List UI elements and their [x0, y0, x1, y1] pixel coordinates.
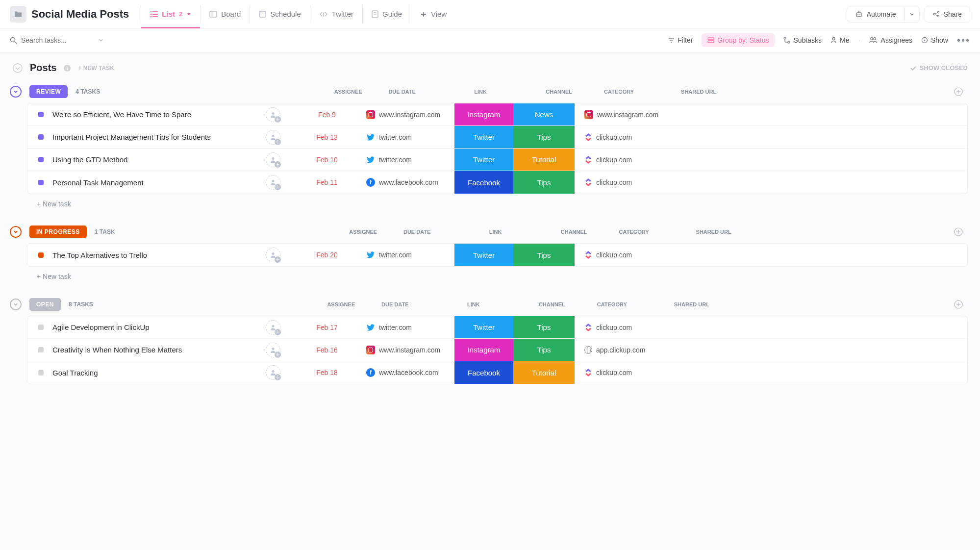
channel-cell[interactable]: Facebook	[454, 361, 513, 384]
status-dot[interactable]	[38, 112, 44, 117]
task-row[interactable]: Important Project Management Tips for St…	[27, 126, 967, 149]
col-channel[interactable]: CHANNEL	[523, 301, 581, 307]
col-due[interactable]: DUE DATE	[388, 229, 447, 235]
me-button[interactable]: Me	[830, 36, 849, 44]
task-row[interactable]: Creativity is When Nothing Else Matters …	[27, 339, 967, 361]
category-cell[interactable]: Tutorial	[513, 149, 575, 171]
new-task-row[interactable]: + New task	[27, 194, 968, 214]
col-due[interactable]: DUE DATE	[373, 89, 431, 95]
collapse-icon[interactable]	[10, 299, 22, 310]
col-due[interactable]: DUE DATE	[366, 301, 425, 307]
status-dot[interactable]	[38, 325, 44, 330]
col-channel[interactable]: CHANNEL	[545, 229, 603, 235]
chevron-down-icon[interactable]	[99, 38, 103, 43]
shared-cell[interactable]: clickup.com	[575, 251, 673, 259]
status-dot[interactable]	[38, 134, 44, 140]
task-row[interactable]: We're so Efficient, We Have Time to Spar…	[27, 103, 967, 126]
collapse-all-icon[interactable]	[12, 63, 23, 74]
link-cell[interactable]: fwww.facebook.com	[356, 178, 454, 187]
assignee-cell[interactable]	[249, 365, 298, 380]
more-button[interactable]: •••	[957, 35, 970, 46]
link-cell[interactable]: twitter.com	[356, 323, 454, 332]
task-name[interactable]: Creativity is When Nothing Else Matters	[52, 341, 249, 359]
task-name[interactable]: Using the GTD Method	[52, 150, 249, 169]
status-pill[interactable]: REVIEW	[29, 85, 68, 98]
link-cell[interactable]: www.instagram.com	[356, 110, 454, 119]
col-category[interactable]: CATEGORY	[581, 301, 643, 307]
channel-cell[interactable]: Instagram	[454, 339, 513, 361]
tab-board[interactable]: Board	[200, 5, 250, 23]
shared-cell[interactable]: www.instagram.com	[575, 110, 673, 119]
shared-cell[interactable]: clickup.com	[575, 178, 673, 186]
col-category[interactable]: CATEGORY	[588, 89, 650, 95]
link-cell[interactable]: fwww.facebook.com	[356, 368, 454, 377]
col-link[interactable]: LINK	[425, 301, 523, 307]
task-name[interactable]: We're so Efficient, We Have Time to Spar…	[52, 105, 249, 124]
add-column-icon[interactable]	[954, 227, 963, 236]
due-cell[interactable]: Feb 18	[298, 369, 356, 376]
col-link[interactable]: LINK	[431, 89, 529, 95]
tab-twitter[interactable]: Twitter	[310, 5, 362, 23]
filter-button[interactable]: Filter	[668, 36, 693, 44]
col-assignee[interactable]: ASSIGNEE	[317, 301, 366, 307]
assignee-cell[interactable]	[249, 175, 298, 190]
category-cell[interactable]: Tips	[513, 244, 575, 266]
tab-schedule[interactable]: Schedule	[250, 5, 310, 23]
assignee-placeholder-icon[interactable]	[266, 343, 280, 357]
category-cell[interactable]: News	[513, 103, 575, 125]
col-channel[interactable]: CHANNEL	[529, 89, 588, 95]
col-shared[interactable]: SHARED URL	[643, 301, 741, 307]
category-cell[interactable]: Tips	[513, 339, 575, 361]
show-closed[interactable]: SHOW CLOSED	[910, 64, 968, 72]
shared-cell[interactable]: clickup.com	[575, 156, 673, 164]
task-row[interactable]: Personal Task Management Feb 11 fwww.fac…	[27, 171, 967, 194]
assignee-cell[interactable]	[249, 248, 298, 262]
task-name[interactable]: Agile Development in ClickUp	[52, 318, 249, 336]
collapse-icon[interactable]	[10, 86, 22, 98]
col-category[interactable]: CATEGORY	[603, 229, 665, 235]
due-cell[interactable]: Feb 13	[298, 133, 356, 141]
col-link[interactable]: LINK	[447, 229, 545, 235]
tab-guide[interactable]: Guide	[362, 5, 411, 23]
tab-list[interactable]: List 2	[141, 5, 200, 23]
category-cell[interactable]: Tips	[513, 316, 575, 338]
due-cell[interactable]: Feb 9	[298, 111, 356, 119]
status-dot[interactable]	[38, 370, 44, 375]
share-button[interactable]: Share	[925, 6, 970, 23]
assignees-button[interactable]: Assignees	[869, 36, 912, 44]
due-cell[interactable]: Feb 20	[298, 251, 356, 259]
new-task-row[interactable]: + New task	[27, 267, 968, 286]
task-row[interactable]: The Top Alternatives to Trello Feb 20 tw…	[27, 244, 967, 266]
add-column-icon[interactable]	[954, 87, 963, 96]
collapse-icon[interactable]	[10, 226, 22, 238]
assignee-placeholder-icon[interactable]	[266, 248, 280, 262]
status-dot[interactable]	[38, 252, 44, 258]
task-name[interactable]: Personal Task Management	[52, 174, 249, 192]
status-dot[interactable]	[38, 157, 44, 162]
shared-cell[interactable]: clickup.com	[575, 324, 673, 331]
task-row[interactable]: Using the GTD Method Feb 10 twitter.com …	[27, 149, 967, 171]
assignee-placeholder-icon[interactable]	[266, 152, 280, 167]
assignee-cell[interactable]	[249, 107, 298, 122]
task-row[interactable]: Goal Tracking Feb 18 fwww.facebook.com F…	[27, 361, 967, 384]
search-input[interactable]	[21, 36, 95, 44]
due-cell[interactable]: Feb 16	[298, 346, 356, 354]
assignee-cell[interactable]	[249, 320, 298, 335]
assignee-placeholder-icon[interactable]	[266, 130, 280, 145]
task-row[interactable]: Agile Development in ClickUp Feb 17 twit…	[27, 316, 967, 339]
due-cell[interactable]: Feb 11	[298, 178, 356, 186]
status-dot[interactable]	[38, 347, 44, 352]
channel-cell[interactable]: Twitter	[454, 149, 513, 171]
task-name[interactable]: Important Project Management Tips for St…	[52, 128, 249, 146]
assignee-cell[interactable]	[249, 343, 298, 357]
group-by-button[interactable]: Group by: Status	[702, 33, 775, 47]
task-name[interactable]: The Top Alternatives to Trello	[52, 246, 249, 264]
assignee-cell[interactable]	[249, 152, 298, 167]
assignee-placeholder-icon[interactable]	[266, 175, 280, 190]
assignee-placeholder-icon[interactable]	[266, 365, 280, 380]
category-cell[interactable]: Tutorial	[513, 361, 575, 384]
automate-button[interactable]: Automate	[847, 6, 905, 23]
new-task-header[interactable]: + NEW TASK	[78, 65, 114, 72]
assignee-placeholder-icon[interactable]	[266, 107, 280, 122]
shared-cell[interactable]: app.clickup.com	[575, 346, 673, 354]
